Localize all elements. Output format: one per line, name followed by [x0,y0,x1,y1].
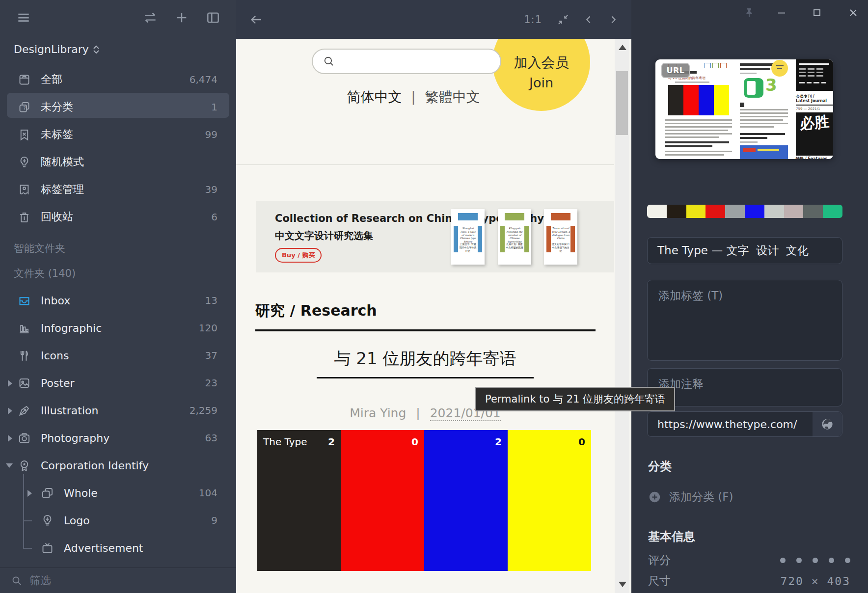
split-view-icon[interactable] [205,10,221,26]
add-icon[interactable] [174,10,190,26]
fit-to-screen-icon[interactable] [557,13,570,26]
folder-item-corporation-identify[interactable]: Corporation Identify [0,454,236,477]
book-bar [570,226,575,252]
sidebar-item-label: 标签管理 [41,182,84,197]
scrollbar-thumb[interactable] [616,71,628,135]
back-arrow-icon[interactable] [249,12,264,27]
swatch-5[interactable] [745,205,764,218]
rating-dot-2[interactable] [796,558,802,563]
search-icon [11,575,23,587]
folder-label: Whole [64,487,98,499]
folder-item-poster[interactable]: Poster 23 [0,371,236,395]
folder-item-inbox[interactable]: Inbox 13 [0,289,236,312]
url-input[interactable] [648,418,813,431]
folder-item-advertisement[interactable]: Advertisement [0,536,236,560]
swatch-4[interactable] [725,205,745,218]
chevron-updown-icon [93,45,100,54]
badge-medal-icon [18,459,31,472]
open-link-button[interactable] [813,412,842,436]
sidebar-item-untagged[interactable]: 未标签 99 [0,123,236,146]
lang-simplified-link[interactable]: 简体中文 [347,89,402,105]
banner-title-zh: 中文文字设计研究选集 [275,229,373,243]
sidebar-item-label: 全部 [41,72,62,87]
item-thumbnail[interactable]: URL 与 21 位朋友的跨年寄语 [655,59,833,159]
scroll-down-arrow[interactable] [619,582,626,587]
folder-label: Logo [64,514,90,527]
book-promo-banner: Collection of Research on Chinese Typogr… [256,201,614,272]
book-cover-shanghai-type[interactable]: Shanghai Type: a slice of modern Chinese… [451,209,485,265]
tags-input[interactable]: 添加标签 (T) [647,280,842,361]
item-count: 6 [211,211,217,223]
notes-input[interactable]: 添加注释 [647,368,842,406]
folders-header[interactable]: 文件夹 (140) [14,267,76,280]
add-category-button[interactable]: 添加分类 (F) [648,489,733,505]
book-bar [500,226,505,252]
swatch-0[interactable] [647,205,667,218]
item-count: 99 [205,129,217,140]
svg-text:?: ? [23,105,26,110]
item-title-input[interactable] [647,237,842,264]
swatch-8[interactable] [803,205,823,218]
sort-swap-icon[interactable] [142,10,158,26]
prev-item-icon[interactable] [582,13,595,26]
library-switcher[interactable]: DesignLibrary [14,43,100,55]
sidebar-item-all[interactable]: 全部 6,474 [0,68,236,91]
minimize-window-icon[interactable] [776,7,787,19]
size-row: 尺寸 720 × 403 [648,573,850,589]
sidebar-item-uncategorized[interactable]: ? 未分类 1 [0,95,236,119]
folder-label: Illustration [41,404,98,417]
rating-dot-3[interactable] [813,558,818,563]
rating-dot-4[interactable] [829,558,834,563]
size-value: 720 × 403 [780,575,850,588]
swatch-1[interactable] [667,205,686,218]
color-block-black: The Type 2 [257,430,341,571]
byline-author: Mira Ying [350,406,406,420]
swatch-2[interactable] [686,205,706,218]
next-item-icon[interactable] [607,13,620,26]
page-divider [236,164,614,165]
page-search-field[interactable] [312,49,501,74]
book-bar [546,226,551,252]
item-count: 2,259 [190,404,217,416]
book-title-en: Shanghai Type: a slice of modern Chinese… [459,227,477,243]
book-cover-transcultural[interactable]: Transcultural Type Design: a dialogue fr… [544,209,577,265]
block-value: 0 [578,436,585,448]
filter-input[interactable] [29,574,177,587]
folder-item-logo[interactable]: Logo 9 [0,509,236,532]
folder-item-photography[interactable]: Photography 63 [0,426,236,450]
scroll-up-arrow[interactable] [619,45,626,50]
block-value: 0 [411,436,418,448]
folder-label: Corporation Identify [41,459,149,472]
buy-button[interactable]: Buy / 购买 [275,248,322,263]
folder-item-whole[interactable]: Whole 104 [0,481,236,505]
rating-dot-1[interactable] [780,558,786,563]
swatch-3[interactable] [705,205,725,218]
sidebar-item-tag-manager[interactable]: 标签管理 39 [0,178,236,201]
folder-item-illustration[interactable]: Illustration 2,259 [0,399,236,422]
archive-box-icon [18,73,31,86]
pin-window-icon[interactable] [743,7,755,19]
preview-toolbar: 1:1 [236,0,631,39]
folder-item-infographic[interactable]: Infographic 120 [0,316,236,340]
folder-item-icons[interactable]: Icons 37 [0,344,236,367]
swatch-9[interactable] [823,205,842,218]
zoom-level[interactable]: 1:1 [524,14,542,26]
item-count: 23 [205,377,217,389]
add-category-label: 添加分类 (F) [669,489,733,505]
preview-scrollbar[interactable] [615,39,629,593]
swatch-7[interactable] [784,205,804,218]
item-count: 1 [211,101,217,113]
folder-label: Advertisement [64,542,143,554]
article-title-link[interactable]: 与 21 位朋友的跨年寄语 [236,348,614,370]
lang-traditional-link[interactable]: 繁體中文 [425,89,480,105]
folder-label: Inbox [41,295,70,307]
hamburger-menu-icon[interactable] [16,10,31,26]
rating-dot-5[interactable] [845,558,850,563]
sidebar-item-trash[interactable]: 回收站 6 [0,205,236,229]
bar-chart-icon [18,322,31,335]
close-window-icon[interactable] [847,7,859,19]
book-cover-kongque[interactable]: Kǒngquè: restoring the mindset of Chines… [498,209,531,265]
sidebar-item-random-mode[interactable]: 随机模式 [0,150,236,174]
maximize-window-icon[interactable] [811,7,823,19]
swatch-6[interactable] [764,205,784,218]
